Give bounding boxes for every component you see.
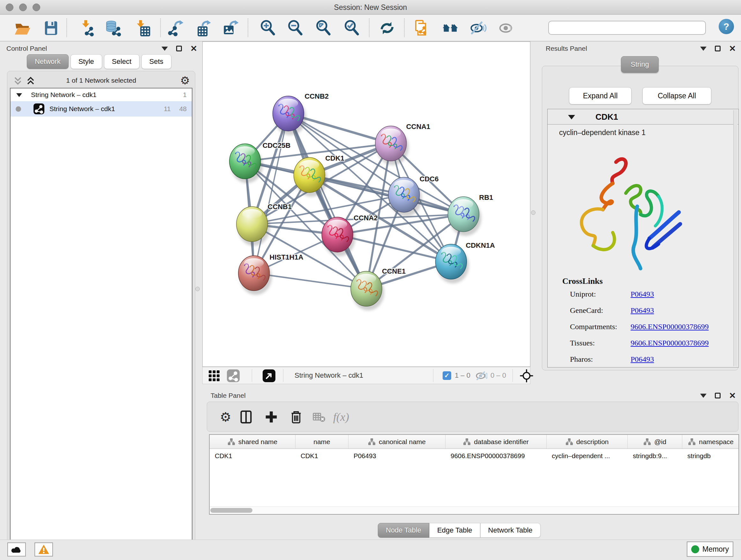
zoom-out-icon[interactable] xyxy=(287,19,304,37)
float-panel-icon[interactable] xyxy=(715,393,721,398)
table-cell[interactable]: cyclin–dependent ... xyxy=(547,449,628,463)
grid-view-icon[interactable] xyxy=(208,369,220,382)
refresh-icon[interactable] xyxy=(379,19,396,37)
zoom-selected-icon[interactable] xyxy=(343,19,360,37)
column-header-description[interactable]: description xyxy=(547,435,628,449)
show-columns-icon[interactable] xyxy=(239,410,253,424)
toolbar-separator xyxy=(248,18,248,37)
show-all-icon[interactable] xyxy=(498,19,515,37)
selected-count-checkbox[interactable]: ✓ xyxy=(443,371,451,380)
column-label: canonical name xyxy=(379,438,426,446)
export-image-icon[interactable] xyxy=(222,19,240,37)
crosslink-link[interactable]: P06493 xyxy=(630,355,654,364)
first-neighbors-icon[interactable] xyxy=(442,19,459,37)
import-table-icon[interactable] xyxy=(134,19,151,37)
crosslink-link[interactable]: P06493 xyxy=(630,306,654,315)
import-network-database-icon[interactable] xyxy=(105,19,122,37)
network-row-selected[interactable]: String Network – cdk1 11 48 xyxy=(10,101,192,117)
crosslink-link[interactable]: 9606.ENSP00000378699 xyxy=(630,339,709,348)
tab-sets[interactable]: Sets xyxy=(141,54,172,69)
tab-style[interactable]: Style xyxy=(71,54,102,69)
table-cell[interactable]: 9606.ENSP00000378699 xyxy=(446,449,547,463)
node-CCNE1[interactable]: CCNE1 xyxy=(351,267,406,311)
table-horizontal-scrollbar[interactable] xyxy=(210,506,738,514)
gene-expander-icon[interactable] xyxy=(568,115,575,119)
collapse-all-button[interactable]: Collapse All xyxy=(643,87,711,105)
warnings-button[interactable] xyxy=(35,543,53,557)
crosslink-link[interactable]: 9606.ENSP00000378699 xyxy=(630,322,709,331)
memory-button[interactable]: Memory xyxy=(687,542,733,557)
table-options-gear-icon[interactable]: ⚙ xyxy=(218,410,233,424)
node-CCNB2[interactable]: CCNB2 xyxy=(273,92,329,135)
collapse-panel-icon[interactable] xyxy=(700,47,706,51)
import-network-file-icon[interactable] xyxy=(78,19,95,37)
birdseye-navigator-icon[interactable] xyxy=(520,369,533,382)
gene-header[interactable]: CDK1 xyxy=(548,109,738,125)
edge-CCNB2-CCNE1[interactable] xyxy=(288,114,366,289)
crosslink-link[interactable]: P06493 xyxy=(630,290,654,299)
search-input[interactable] xyxy=(548,21,706,35)
left-splitter-handle[interactable] xyxy=(195,287,200,291)
crosslink-row: Tissues:9606.ENSP00000378699 xyxy=(548,339,738,355)
network-view-mode-icon[interactable] xyxy=(227,369,240,382)
close-panel-icon[interactable]: ✕ xyxy=(729,44,736,53)
cloud-status-button[interactable] xyxy=(7,543,26,557)
column-label: name xyxy=(313,438,330,446)
tab-string[interactable]: String xyxy=(621,56,659,73)
float-panel-icon[interactable] xyxy=(715,46,721,51)
column-header-canonical-name[interactable]: canonical name xyxy=(348,435,446,449)
network-collection-row[interactable]: String Network – cdk1 1 xyxy=(10,88,192,101)
tab-network-table[interactable]: Network Table xyxy=(480,523,541,538)
close-panel-icon[interactable]: ✕ xyxy=(729,391,736,400)
table-cell[interactable]: CDK1 xyxy=(210,449,295,463)
tab-node-table[interactable]: Node Table xyxy=(378,523,429,538)
export-network-icon[interactable] xyxy=(167,19,185,37)
export-table-icon[interactable] xyxy=(195,19,212,37)
network-graph[interactable]: CCNB2CCNA1CDC25BCDK1CDC6RB1CCNB1CCNA2CDK… xyxy=(203,42,530,367)
window-title: Session: New Session xyxy=(0,0,741,15)
table-cell[interactable]: stringdb xyxy=(682,449,739,463)
zoom-in-icon[interactable] xyxy=(259,19,277,37)
column-header-shared-name[interactable]: shared name xyxy=(210,435,295,449)
table-cell[interactable]: CDK1 xyxy=(295,449,348,463)
right-splitter-handle[interactable] xyxy=(531,210,536,215)
memory-status-dot xyxy=(691,545,699,553)
node-RB1[interactable]: RB1 xyxy=(448,193,493,236)
column-type-icon xyxy=(688,438,696,446)
create-column-icon[interactable] xyxy=(264,410,279,424)
results-panel-title: Results Panel xyxy=(546,42,587,56)
scrollbar-thumb[interactable] xyxy=(210,508,253,513)
save-session-icon[interactable] xyxy=(43,19,60,37)
tab-network[interactable]: Network xyxy=(27,54,69,69)
expand-all-button[interactable]: Expand All xyxy=(569,87,631,105)
tab-select[interactable]: Select xyxy=(104,54,139,69)
node-CCNA1[interactable]: CCNA1 xyxy=(375,123,430,165)
network-view-canvas[interactable]: CCNB2CCNA1CDC25BCDK1CDC6RB1CCNB1CCNA2CDK… xyxy=(202,42,530,367)
column-header-database-identifier[interactable]: database identifier xyxy=(446,435,547,449)
duplicate-network-icon[interactable] xyxy=(413,19,430,37)
node-CDKN1A[interactable]: CDKN1A xyxy=(435,241,495,284)
network-options-gear-icon[interactable]: ⚙ xyxy=(180,73,190,88)
table-cell[interactable]: P06493 xyxy=(348,449,446,463)
node-CCNB1[interactable]: CCNB1 xyxy=(237,203,292,246)
close-panel-icon[interactable]: ✕ xyxy=(190,44,197,53)
column-header--id[interactable]: @id xyxy=(628,435,682,449)
column-header-name[interactable]: name xyxy=(295,435,348,449)
table-row[interactable]: CDK1CDK1P064939606.ENSP00000378699cyclin… xyxy=(210,449,738,463)
help-button[interactable]: ? xyxy=(719,19,734,34)
edge-CCNB2-HIST1H1A[interactable] xyxy=(254,114,288,273)
tab-edge-table[interactable]: Edge Table xyxy=(429,523,480,538)
column-header-namespace[interactable]: namespace xyxy=(682,435,739,449)
hide-selected-icon[interactable] xyxy=(470,19,487,37)
collapse-panel-icon[interactable] xyxy=(700,394,706,398)
node-HIST1H1A[interactable]: HIST1H1A xyxy=(239,253,304,295)
zoom-fit-icon[interactable] xyxy=(315,19,332,37)
table-cell[interactable]: stringdb:9... xyxy=(628,449,682,463)
collapse-panel-icon[interactable] xyxy=(161,47,168,51)
detach-view-icon[interactable] xyxy=(263,369,275,382)
collection-expander-icon[interactable] xyxy=(16,93,22,97)
open-session-icon[interactable] xyxy=(14,19,31,37)
float-panel-icon[interactable] xyxy=(176,46,182,51)
results-scrollbar[interactable] xyxy=(733,110,738,366)
delete-column-icon[interactable] xyxy=(289,410,304,424)
